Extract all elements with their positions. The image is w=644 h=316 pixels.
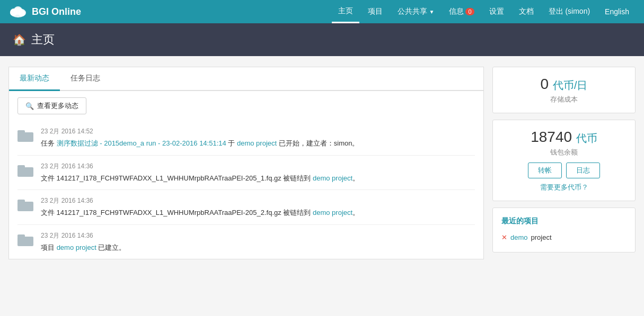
activity-content: 23 2月 2016 14:52 任务 测序数据过滤 - 2015demo_a …: [41, 127, 359, 149]
svg-rect-7: [17, 165, 25, 168]
project-name-plain: project: [531, 233, 552, 241]
log-button[interactable]: 日志: [566, 162, 600, 178]
navbar-nav: 主页 项目 公共共享 ▼ 信息 0 设置 文档 登出 (simon) Engli…: [332, 0, 636, 23]
storage-card: 0 代币/日 存储成本: [492, 67, 636, 113]
svg-rect-4: [17, 132, 33, 142]
recent-projects-card: 最近的项目 ✕ demo project: [492, 207, 636, 252]
wallet-actions: 转帐 日志: [501, 162, 627, 178]
project-link[interactable]: demo project: [237, 139, 277, 147]
folder-icon: [17, 197, 34, 212]
activity-text: 文件 141217_I178_FCH9TWFADXX_L1_WHHUMrpbRA…: [41, 207, 359, 218]
activity-item: 23 2月 2016 14:36 项目 demo project 已建立。: [17, 225, 475, 259]
recent-project-item: ✕ demo project: [501, 231, 627, 243]
nav-project[interactable]: 项目: [361, 0, 389, 23]
wallet-card: 18740 代币 钱包余额 转帐 日志 需要更多代币？: [492, 120, 636, 201]
recent-project-link[interactable]: demo: [510, 233, 528, 241]
home-icon: 🏠: [13, 33, 26, 46]
recent-projects-title: 最近的项目: [501, 216, 627, 226]
right-panel: 0 代币/日 存储成本 18740 代币 钱包余额 转帐 日志 需要更多代币？ …: [492, 67, 636, 259]
brand-label: BGI Online: [32, 6, 81, 17]
wallet-value: 18740 代币: [501, 129, 627, 146]
folder-icon: [17, 128, 34, 143]
search-icon: 🔍: [25, 102, 34, 110]
storage-label: 存储成本: [501, 95, 627, 104]
info-badge: 0: [465, 8, 474, 15]
nav-english[interactable]: English: [598, 0, 636, 23]
activity-text: 项目 demo project 已建立。: [41, 242, 126, 253]
activity-item: 23 2月 2016 14:52 任务 测序数据过滤 - 2015demo_a …: [17, 121, 475, 156]
activity-time: 23 2月 2016 14:52: [41, 127, 359, 136]
activity-text: 文件 141217_I178_FCH9TWFADXX_L1_WHHUMrpbRA…: [41, 173, 359, 184]
left-panel: 最新动态 任务日志 🔍 查看更多动态 23 2月 2016 14:52: [8, 67, 484, 259]
page-header: 🏠 主页: [0, 23, 644, 56]
activity-text: 任务 测序数据过滤 - 2015demo_a run - 23-02-2016 …: [41, 138, 359, 149]
nav-settings[interactable]: 设置: [483, 0, 510, 23]
activity-toolbar: 🔍 查看更多动态: [9, 91, 483, 121]
activity-content: 23 2月 2016 14:36 项目 demo project 已建立。: [41, 231, 126, 253]
nav-docs[interactable]: 文档: [513, 0, 540, 23]
project-link[interactable]: demo project: [57, 243, 96, 251]
tab-task-log[interactable]: 任务日志: [60, 67, 111, 91]
brand[interactable]: BGI Online: [8, 4, 81, 19]
svg-rect-6: [17, 167, 33, 177]
svg-rect-8: [17, 202, 33, 211]
more-tokens-link[interactable]: 需要更多代币？: [501, 183, 627, 192]
activity-item: 23 2月 2016 14:36 文件 141217_I178_FCH9TWFA…: [17, 190, 475, 225]
project-link[interactable]: demo project: [313, 174, 352, 182]
tab-latest-activity[interactable]: 最新动态: [9, 67, 60, 91]
svg-rect-11: [17, 234, 25, 238]
view-more-label: 查看更多动态: [37, 101, 78, 111]
transfer-button[interactable]: 转帐: [528, 162, 562, 178]
page-title: 主页: [31, 32, 55, 48]
dropdown-arrow-icon: ▼: [429, 9, 434, 15]
folder-icon: [17, 163, 34, 178]
main-content: 最新动态 任务日志 🔍 查看更多动态 23 2月 2016 14:52: [0, 56, 644, 270]
project-link[interactable]: demo project: [313, 209, 352, 216]
tabs: 最新动态 任务日志: [9, 67, 483, 91]
activity-content: 23 2月 2016 14:36 文件 141217_I178_FCH9TWFA…: [41, 196, 359, 218]
activity-item: 23 2月 2016 14:36 文件 141217_I178_FCH9TWFA…: [17, 156, 475, 191]
svg-rect-9: [17, 200, 25, 203]
svg-point-3: [14, 6, 22, 15]
nav-public-share[interactable]: 公共共享 ▼: [391, 0, 440, 23]
logo-icon: [8, 4, 28, 19]
task-link[interactable]: 测序数据过滤 - 2015demo_a run - 23-02-2016 14:…: [57, 139, 226, 147]
activity-content: 23 2月 2016 14:36 文件 141217_I178_FCH9TWFA…: [41, 162, 359, 184]
nav-logout[interactable]: 登出 (simon): [542, 0, 597, 23]
svg-rect-10: [17, 237, 33, 246]
activity-list: 23 2月 2016 14:52 任务 测序数据过滤 - 2015demo_a …: [9, 121, 483, 259]
svg-rect-5: [17, 130, 25, 133]
activity-time: 23 2月 2016 14:36: [41, 196, 359, 205]
x-icon: ✕: [501, 233, 507, 241]
activity-time: 23 2月 2016 14:36: [41, 231, 126, 240]
activity-time: 23 2月 2016 14:36: [41, 162, 359, 171]
wallet-label: 钱包余额: [501, 148, 627, 157]
storage-value: 0 代币/日: [501, 76, 627, 93]
folder-icon: [17, 232, 34, 247]
navbar: BGI Online 主页 项目 公共共享 ▼ 信息 0 设置 文档 登出 (s…: [0, 0, 644, 23]
view-more-button[interactable]: 🔍 查看更多动态: [17, 97, 86, 114]
nav-home[interactable]: 主页: [332, 0, 359, 23]
nav-info[interactable]: 信息 0: [443, 0, 480, 23]
